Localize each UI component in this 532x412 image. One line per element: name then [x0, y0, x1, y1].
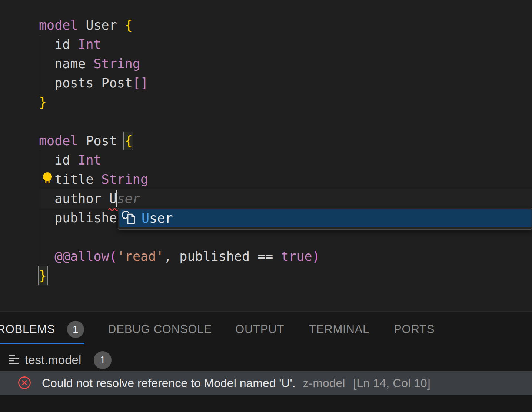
code-token: id	[39, 153, 78, 167]
text-file-icon	[8, 353, 19, 368]
suggestion-rest-text: ser	[149, 211, 173, 226]
tab-label: TERMINAL	[309, 323, 369, 336]
tab-ports[interactable]: PORTS	[394, 313, 435, 346]
code-token	[39, 249, 54, 264]
code-line-blank	[39, 112, 320, 131]
tab-problems[interactable]: PROBLEMS 1	[0, 313, 84, 346]
code-token: Int	[78, 153, 101, 167]
code-line: name String	[39, 54, 320, 73]
code-token: publishe	[39, 210, 117, 225]
tab-label: PORTS	[394, 323, 435, 336]
tab-label: DEBUG CONSOLE	[108, 323, 212, 336]
error-location: [Ln 14, Col 10]	[353, 376, 430, 390]
code-token: }	[39, 268, 47, 283]
suggestion-widget: User	[118, 208, 532, 230]
code-line: id Int	[39, 35, 320, 54]
code-token: {	[125, 18, 133, 33]
code-token: , published ==	[164, 249, 281, 264]
reference-file-icon	[122, 211, 137, 226]
error-squiggle	[108, 206, 118, 212]
code-line: @@allow('read', published == true)	[39, 247, 320, 266]
panel-tabs: PROBLEMS 1 DEBUG CONSOLE OUTPUT TERMINAL…	[0, 313, 532, 346]
suggestion-match-text: U	[142, 211, 149, 226]
vscode-window: model User { id Int name String posts Po…	[0, 0, 532, 412]
code-line: author User	[39, 189, 320, 208]
code-line: }	[39, 266, 320, 285]
suggestion-item-user[interactable]: User	[119, 209, 532, 227]
code-token: model	[39, 18, 78, 33]
code-token: )	[312, 249, 320, 264]
code-line-blank	[39, 227, 320, 247]
bottom-panel: PROBLEMS 1 DEBUG CONSOLE OUTPUT TERMINAL…	[0, 311, 532, 412]
code-token: id	[39, 37, 78, 52]
problems-file-row[interactable]: test.model 1	[0, 349, 532, 371]
code-token: Int	[78, 37, 101, 52]
active-tab-underline	[0, 343, 84, 344]
lightbulb-icon[interactable]	[40, 171, 55, 188]
problems-count-badge: 1	[67, 321, 84, 338]
code-token: (	[109, 249, 117, 264]
code-line: }	[39, 93, 320, 112]
code-editor[interactable]: model User { id Int name String posts Po…	[0, 0, 532, 311]
code-token: true	[281, 249, 312, 264]
code-token: }	[39, 95, 47, 110]
file-error-count-badge: 1	[94, 351, 112, 369]
code-token: []	[133, 76, 148, 90]
problems-file-name: test.model	[25, 353, 81, 367]
code-token: String	[94, 56, 140, 71]
code-line: posts Post[]	[39, 73, 320, 93]
tab-debug-console[interactable]: DEBUG CONSOLE	[108, 313, 212, 346]
tab-label: OUTPUT	[235, 323, 284, 336]
code-line: title String	[39, 170, 320, 189]
code-token: {	[125, 133, 133, 148]
code-token: author U	[39, 191, 117, 206]
suggestion-label: User	[142, 211, 173, 226]
tab-terminal[interactable]: TERMINAL	[309, 313, 369, 346]
text-cursor	[116, 190, 117, 207]
error-message: Could not resolve reference to Model nam…	[42, 376, 296, 390]
code-line: model User {	[39, 16, 320, 35]
code-token: 'read'	[117, 249, 164, 264]
error-circle-x-icon	[17, 376, 31, 391]
error-source: z-model	[303, 376, 345, 390]
tab-label: PROBLEMS	[0, 323, 55, 336]
code-token: name	[39, 56, 94, 71]
code-line: model Post {	[39, 131, 320, 150]
code-token: String	[102, 172, 148, 187]
code-token: User	[78, 18, 124, 33]
code-token: @@allow	[54, 249, 109, 264]
problem-error-row[interactable]: Could not resolve reference to Model nam…	[0, 371, 532, 395]
code-token: posts Post	[39, 76, 133, 90]
inline-suggestion-ghost-text: ser	[117, 191, 140, 206]
code-line: id Int	[39, 150, 320, 170]
code-token: Post	[78, 133, 124, 148]
code-content: model User { id Int name String posts Po…	[39, 16, 320, 285]
code-token: model	[39, 133, 78, 148]
tab-output[interactable]: OUTPUT	[235, 313, 284, 346]
